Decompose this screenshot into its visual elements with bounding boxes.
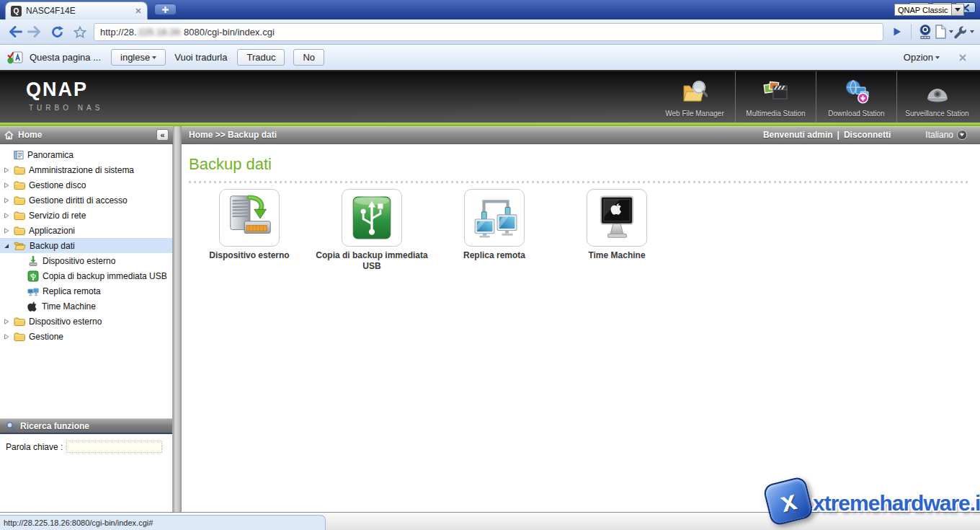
tree-item-label: Time Machine: [42, 301, 96, 312]
sidebar-header: Home «: [0, 126, 173, 144]
tile-dispositivo-esterno[interactable]: Dispositivo esterno: [188, 189, 311, 261]
back-button[interactable]: [6, 22, 24, 42]
tree-item-label: Dispositivo esterno: [43, 256, 115, 266]
tree-item-applicazioni[interactable]: Applicazioni: [0, 223, 172, 238]
window-titlebar: Q NASC4F14E: [0, 0, 980, 19]
open-folder-icon: [14, 241, 26, 251]
function-search-form: Parola chiave :: [0, 441, 172, 453]
translate-message: Questa pagina ...: [30, 52, 101, 63]
translate-decline-button[interactable]: No: [293, 49, 324, 66]
bookmark-star-button[interactable]: [71, 22, 89, 42]
tree-item-servizio-rete[interactable]: Servizio di rete: [0, 208, 172, 223]
tree-item-copia-usb[interactable]: Copia di backup immediata USB: [0, 268, 172, 283]
page-menu-button[interactable]: [935, 22, 953, 42]
forward-button[interactable]: [24, 22, 43, 42]
new-tab-button[interactable]: [154, 4, 177, 15]
expand-icon[interactable]: [4, 319, 10, 324]
tree-item-dispositivo-esterno-folder[interactable]: Dispositivo esterno: [0, 314, 172, 329]
panel-splitter[interactable]: [173, 126, 182, 512]
star-icon: [74, 26, 86, 38]
tree-item-dispositivo-esterno[interactable]: Dispositivo esterno: [0, 253, 172, 268]
expand-icon[interactable]: [4, 228, 10, 234]
time-machine-tile-icon[interactable]: [587, 189, 647, 247]
language-dropdown-icon[interactable]: [957, 130, 967, 140]
keyword-label: Parola chiave :: [6, 442, 63, 452]
tree-item-panoramica[interactable]: Panoramica: [0, 147, 172, 162]
infobar-close-icon[interactable]: [958, 53, 967, 62]
tree-item-replica-remota[interactable]: Replica remota: [0, 283, 172, 299]
go-button[interactable]: [888, 22, 906, 42]
usb-backup-tile-icon[interactable]: [342, 189, 402, 247]
expand-icon[interactable]: [4, 334, 10, 340]
forward-arrow-icon: [27, 26, 41, 37]
tree-item-time-machine[interactable]: Time Machine: [0, 299, 172, 314]
browser-window: Q NASC4F14E http://28.225.18.26:8080/cgi…: [0, 0, 980, 530]
tile-label: Time Machine: [588, 250, 645, 261]
multimedia-station-shortcut[interactable]: Multimedia Station: [735, 71, 816, 123]
theme-select-arrow-button[interactable]: [951, 4, 964, 16]
browser-tab[interactable]: Q NASC4F14E: [5, 1, 148, 19]
language-dropdown[interactable]: inglese: [111, 49, 166, 66]
folder-icon: [14, 211, 25, 221]
web-file-manager-icon: [682, 79, 708, 107]
language-label: Italiano: [925, 130, 953, 140]
breadcrumb: Home >> Backup dati: [189, 130, 763, 140]
usb-icon: [27, 270, 39, 282]
expand-icon[interactable]: [4, 198, 10, 203]
chevron-down-icon: [935, 56, 940, 59]
surveillance-station-shortcut[interactable]: Surveillance Station: [896, 71, 977, 123]
tile-copia-backup-usb[interactable]: Copia di backup immediata USB: [311, 189, 433, 272]
station-label: Multimedia Station: [746, 110, 805, 118]
extension-icon: [917, 24, 933, 40]
tree-item-label: Amministrazione di sistema: [29, 165, 134, 175]
tools-menu-button[interactable]: [953, 22, 974, 42]
tree-item-gestione-diritti[interactable]: Gestione diritti di accesso: [0, 193, 172, 208]
translate-accept-button[interactable]: Traduc: [237, 49, 285, 66]
home-icon: [4, 131, 14, 140]
expand-icon[interactable]: [4, 213, 10, 218]
external-device-tile-icon[interactable]: [219, 189, 280, 247]
tab-close-icon[interactable]: [135, 7, 142, 14]
station-shortcuts: Web File Manager Multimedia Station Down…: [654, 71, 977, 123]
tile-label: Copia di backup immediata USB: [311, 250, 433, 272]
collapse-expanded-icon[interactable]: [4, 243, 10, 249]
keyword-input[interactable]: [66, 441, 162, 453]
tree-item-gestione-disco[interactable]: Gestione disco: [0, 177, 172, 193]
chevron-down-icon: [970, 30, 974, 33]
reload-button[interactable]: [48, 22, 66, 42]
web-file-manager-shortcut[interactable]: Web File Manager: [654, 71, 735, 123]
surveillance-station-icon: [925, 82, 950, 107]
expand-icon[interactable]: [4, 167, 10, 173]
address-bar[interactable]: http://28.225.18.26:8080/cgi-bin/index.c…: [94, 23, 883, 41]
logout-link[interactable]: Disconnetti: [844, 130, 891, 140]
function-search-header: Ricerca funzione: [0, 418, 172, 434]
external-device-icon: [27, 255, 39, 267]
translate-options-button[interactable]: Opzion: [904, 52, 940, 63]
expand-icon[interactable]: [4, 182, 10, 188]
tree-item-amministrazione[interactable]: Amministrazione di sistema: [0, 162, 172, 177]
station-label: Download Station: [828, 110, 884, 118]
collapse-sidebar-button[interactable]: «: [156, 129, 169, 141]
theme-select[interactable]: QNAP Classic: [894, 4, 964, 16]
url-blurred-segment: 225.18.26:: [138, 27, 182, 37]
folder-icon: [14, 332, 25, 342]
theme-select-value[interactable]: QNAP Classic: [894, 4, 951, 16]
url-prefix: http://28.: [100, 27, 137, 37]
tile-time-machine[interactable]: Time Machine: [556, 189, 678, 261]
extension-icon-button[interactable]: [916, 22, 935, 42]
reload-icon: [50, 25, 64, 39]
tree-item-backup-dati[interactable]: Backup dati: [0, 238, 172, 253]
welcome-separator: |: [837, 130, 839, 140]
tile-replica-remota[interactable]: Replica remota: [433, 189, 556, 261]
remote-replication-tile-icon[interactable]: [464, 189, 525, 247]
download-station-shortcut[interactable]: Download Station: [816, 71, 896, 123]
folder-icon: [14, 195, 25, 206]
status-url: http://28.225.18.26:8080/cgi-bin/index.c…: [4, 518, 153, 527]
station-label: Surveillance Station: [905, 110, 968, 118]
qnap-favicon-icon: Q: [11, 6, 22, 17]
tree-item-label: Copia di backup immediata USB: [43, 271, 167, 281]
tree-item-label: Panoramica: [27, 150, 74, 160]
search-icon: [6, 421, 16, 431]
tree-item-gestione[interactable]: Gestione: [0, 329, 172, 344]
translate-prompt: Vuoi tradurla: [174, 52, 227, 63]
